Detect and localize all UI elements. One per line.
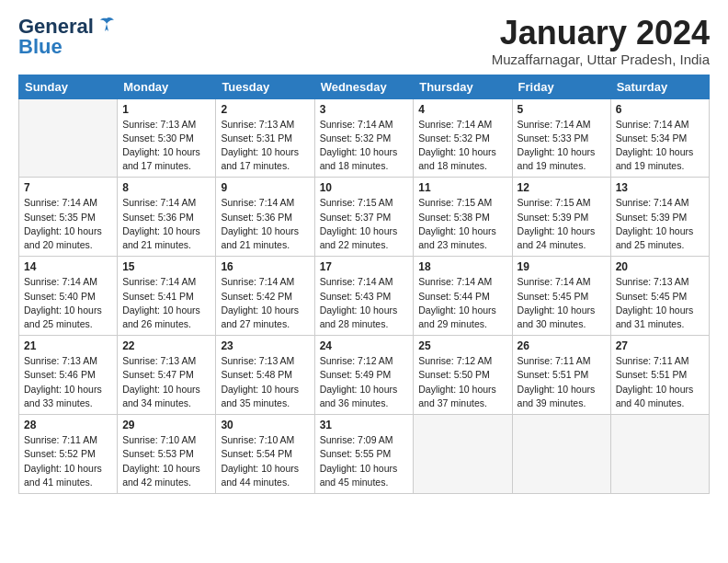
day-info-line: Sunset: 5:55 PM xyxy=(320,448,392,459)
day-info-line: Sunrise: 7:13 AM xyxy=(221,355,294,366)
logo: General Blue xyxy=(18,15,116,59)
week-row-1: 1Sunrise: 7:13 AMSunset: 5:30 PMDaylight… xyxy=(19,98,710,178)
day-info-line: Sunrise: 7:13 AM xyxy=(24,355,97,366)
day-info: Sunrise: 7:14 AMSunset: 5:44 PMDaylight:… xyxy=(418,275,506,331)
calendar-cell: 19Sunrise: 7:14 AMSunset: 5:45 PMDayligh… xyxy=(512,257,610,336)
calendar-cell xyxy=(512,415,610,494)
day-info-line: and 21 minutes. xyxy=(122,239,191,250)
calendar-header-row: Sunday Monday Tuesday Wednesday Thursday… xyxy=(19,75,710,98)
day-number: 15 xyxy=(122,260,210,273)
day-number: 11 xyxy=(418,181,506,194)
day-info-line: Daylight: 10 hours xyxy=(122,146,200,157)
day-info: Sunrise: 7:14 AMSunset: 5:45 PMDaylight:… xyxy=(518,275,606,331)
day-number: 22 xyxy=(122,339,210,352)
day-info-line: and 33 minutes. xyxy=(24,397,93,408)
day-number: 3 xyxy=(320,103,409,116)
calendar-cell: 16Sunrise: 7:14 AMSunset: 5:42 PMDayligh… xyxy=(216,257,314,336)
header-saturday: Saturday xyxy=(610,75,709,98)
day-info-line: Daylight: 10 hours xyxy=(418,304,496,316)
day-info-line: Daylight: 10 hours xyxy=(122,463,200,474)
day-info-line: and 37 minutes. xyxy=(418,397,487,408)
day-info-line: Sunset: 5:48 PM xyxy=(221,369,292,380)
calendar-cell: 4Sunrise: 7:14 AMSunset: 5:32 PMDaylight… xyxy=(414,98,512,178)
day-number: 29 xyxy=(122,419,210,431)
day-number: 17 xyxy=(320,260,409,273)
day-info: Sunrise: 7:11 AMSunset: 5:51 PMDaylight:… xyxy=(616,354,704,410)
day-number: 25 xyxy=(418,339,506,352)
day-info-line: Sunrise: 7:13 AM xyxy=(122,355,196,366)
day-info-line: Sunset: 5:30 PM xyxy=(122,132,194,144)
day-info-line: Sunrise: 7:14 AM xyxy=(122,276,196,287)
day-info-line: Daylight: 10 hours xyxy=(221,146,299,157)
week-row-4: 21Sunrise: 7:13 AMSunset: 5:46 PMDayligh… xyxy=(19,336,710,415)
day-info-line: Sunset: 5:32 PM xyxy=(418,132,490,144)
day-number: 6 xyxy=(616,103,704,116)
day-info-line: and 31 minutes. xyxy=(616,318,685,329)
day-info: Sunrise: 7:13 AMSunset: 5:45 PMDaylight:… xyxy=(616,275,704,331)
day-info-line: Daylight: 10 hours xyxy=(221,384,299,395)
day-info-line: Sunset: 5:50 PM xyxy=(418,369,490,380)
title-block: January 2024 Muzaffarnagar, Uttar Prades… xyxy=(492,15,710,67)
day-info: Sunrise: 7:15 AMSunset: 5:39 PMDaylight:… xyxy=(518,196,606,252)
day-info-line: Sunset: 5:34 PM xyxy=(616,132,688,144)
day-info-line: Sunrise: 7:09 AM xyxy=(320,434,393,445)
calendar-cell: 3Sunrise: 7:14 AMSunset: 5:32 PMDaylight… xyxy=(314,98,414,178)
day-info-line: and 18 minutes. xyxy=(320,160,389,171)
day-info-line: Sunrise: 7:14 AM xyxy=(616,197,689,208)
day-info-line: Sunset: 5:36 PM xyxy=(221,212,292,223)
day-info-line: and 19 minutes. xyxy=(616,160,685,171)
day-number: 31 xyxy=(320,419,409,431)
day-info-line: and 44 minutes. xyxy=(221,477,290,488)
day-info-line: Daylight: 10 hours xyxy=(24,384,102,395)
day-info-line: Sunrise: 7:14 AM xyxy=(518,276,591,287)
day-info-line: and 25 minutes. xyxy=(616,239,685,250)
day-info-line: Sunrise: 7:14 AM xyxy=(221,276,294,287)
day-info-line: Sunrise: 7:13 AM xyxy=(122,119,196,130)
day-info-line: Daylight: 10 hours xyxy=(518,146,596,157)
day-info-line: Sunset: 5:47 PM xyxy=(122,369,194,380)
calendar-cell: 7Sunrise: 7:14 AMSunset: 5:35 PMDaylight… xyxy=(19,178,118,257)
day-number: 21 xyxy=(24,339,112,352)
day-info: Sunrise: 7:14 AMSunset: 5:41 PMDaylight:… xyxy=(122,275,210,331)
day-number: 24 xyxy=(320,339,409,352)
day-info: Sunrise: 7:15 AMSunset: 5:38 PMDaylight:… xyxy=(418,196,506,252)
day-info-line: Daylight: 10 hours xyxy=(418,225,496,236)
day-info-line: Daylight: 10 hours xyxy=(122,225,200,236)
location: Muzaffarnagar, Uttar Pradesh, India xyxy=(492,52,710,67)
day-number: 30 xyxy=(221,419,309,431)
day-info: Sunrise: 7:10 AMSunset: 5:54 PMDaylight:… xyxy=(221,433,309,489)
calendar-cell: 30Sunrise: 7:10 AMSunset: 5:54 PMDayligh… xyxy=(216,415,314,494)
day-info-line: Daylight: 10 hours xyxy=(320,146,398,157)
day-number: 16 xyxy=(221,260,309,273)
day-info-line: and 26 minutes. xyxy=(122,318,191,329)
day-info-line: Daylight: 10 hours xyxy=(24,225,102,236)
calendar-cell: 21Sunrise: 7:13 AMSunset: 5:46 PMDayligh… xyxy=(19,336,118,415)
day-info: Sunrise: 7:14 AMSunset: 5:33 PMDaylight:… xyxy=(518,118,606,174)
day-info-line: and 21 minutes. xyxy=(221,239,290,250)
day-info: Sunrise: 7:14 AMSunset: 5:32 PMDaylight:… xyxy=(320,118,409,174)
day-info-line: and 41 minutes. xyxy=(24,477,93,488)
day-info-line: Sunset: 5:31 PM xyxy=(221,132,292,144)
calendar-cell: 9Sunrise: 7:14 AMSunset: 5:36 PMDaylight… xyxy=(216,178,314,257)
calendar-cell: 29Sunrise: 7:10 AMSunset: 5:53 PMDayligh… xyxy=(118,415,216,494)
day-info-line: Sunrise: 7:14 AM xyxy=(122,197,196,208)
day-number: 26 xyxy=(518,339,606,352)
day-info-line: Sunrise: 7:15 AM xyxy=(418,197,492,208)
day-info: Sunrise: 7:10 AMSunset: 5:53 PMDaylight:… xyxy=(122,433,210,489)
header-wednesday: Wednesday xyxy=(314,75,414,98)
day-info-line: Sunset: 5:33 PM xyxy=(518,132,589,144)
day-info-line: Sunrise: 7:14 AM xyxy=(24,276,97,287)
day-info-line: Daylight: 10 hours xyxy=(616,304,694,316)
day-info-line: and 17 minutes. xyxy=(122,160,191,171)
day-info-line: and 30 minutes. xyxy=(518,318,586,329)
day-info-line: Daylight: 10 hours xyxy=(418,146,496,157)
day-number: 19 xyxy=(518,260,606,273)
day-info: Sunrise: 7:11 AMSunset: 5:51 PMDaylight:… xyxy=(518,354,606,410)
day-number: 10 xyxy=(320,181,409,194)
calendar-cell: 11Sunrise: 7:15 AMSunset: 5:38 PMDayligh… xyxy=(414,178,512,257)
day-info-line: Sunset: 5:39 PM xyxy=(518,212,589,223)
day-number: 18 xyxy=(418,260,506,273)
day-info-line: Sunset: 5:37 PM xyxy=(320,212,392,223)
day-number: 7 xyxy=(24,181,112,194)
day-info-line: and 27 minutes. xyxy=(221,318,290,329)
